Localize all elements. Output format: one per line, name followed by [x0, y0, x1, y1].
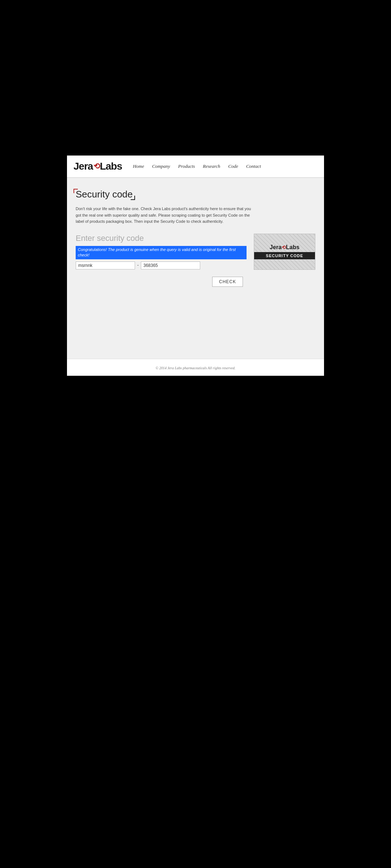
navbar: Jera ⟲ Labs Home Company Products Resear…: [67, 156, 324, 178]
card-logo-after: Labs: [286, 244, 299, 251]
security-card: Jera ⟲ Labs SECURITY CODE: [254, 234, 315, 270]
success-message: Congratulations! The product is genuine …: [76, 246, 247, 259]
nav-code[interactable]: Code: [228, 163, 238, 169]
card-security-label: SECURITY CODE: [254, 252, 315, 259]
nav-contact[interactable]: Contact: [246, 163, 261, 169]
content-row: Enter security code Congratulations! The…: [76, 234, 315, 287]
check-button[interactable]: CHECK: [212, 277, 243, 287]
code-prefix-input[interactable]: [76, 261, 135, 269]
code-separator: -: [136, 263, 139, 268]
page-title: Security code: [76, 189, 133, 200]
footer-text: © 2014 Jera Labs pharmaceuticals All rig…: [156, 366, 235, 370]
description-text: Don't risk your life with the fake one. …: [76, 206, 253, 225]
nav-links: Home Company Products Research Code Cont…: [133, 163, 261, 169]
card-logo: Jera ⟲ Labs: [270, 244, 299, 251]
check-btn-row: CHECK: [76, 277, 247, 287]
nav-company[interactable]: Company: [152, 163, 170, 169]
left-section: Enter security code Congratulations! The…: [76, 234, 247, 287]
site-logo[interactable]: Jera ⟲ Labs: [73, 161, 122, 172]
nav-research[interactable]: Research: [203, 163, 220, 169]
nav-products[interactable]: Products: [178, 163, 195, 169]
logo-text-before: Jera: [73, 161, 93, 172]
card-logo-arrow: ⟲: [282, 244, 286, 250]
card-logo-before: Jera: [270, 244, 282, 251]
nav-home[interactable]: Home: [133, 163, 144, 169]
logo-text-after: Labs: [100, 161, 122, 172]
right-section: Jera ⟲ Labs SECURITY CODE: [254, 234, 315, 270]
code-input-row: -: [76, 261, 247, 269]
code-number-input[interactable]: [141, 261, 200, 269]
logo-arrow: ⟲: [93, 162, 100, 171]
enter-code-label: Enter security code: [76, 234, 247, 243]
main-content: Security code Don't risk your life with …: [67, 178, 324, 359]
footer: © 2014 Jera Labs pharmaceuticals All rig…: [67, 359, 324, 376]
